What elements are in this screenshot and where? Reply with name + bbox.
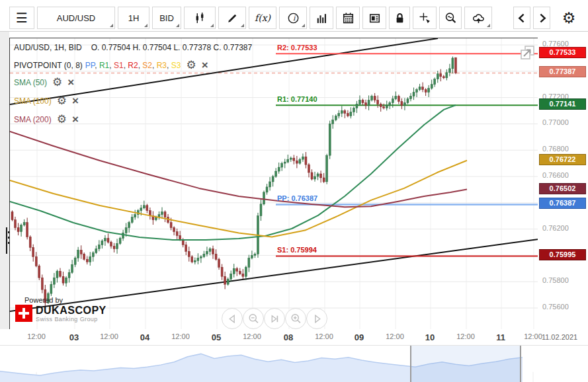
time-tick-label: 11 (496, 332, 505, 342)
time-tick-label: 12:00 (171, 332, 190, 340)
price-tick-label: 0.75800 (542, 276, 569, 284)
pivot-token-pp: PP (85, 61, 95, 70)
time-tick-label: 05 (212, 332, 221, 342)
sma-remove-icon[interactable]: × (72, 114, 79, 125)
pivot-indicator-title: PIVOTPOINT (0, 8) (14, 61, 83, 70)
price-tick-label: 0.77600 (542, 40, 569, 48)
timeframe-select-button[interactable]: 1H (118, 7, 149, 29)
legend-sma-row: SMA (50)⚙× (14, 77, 74, 88)
left-strip (0, 32, 9, 373)
time-tick-label: 12:00 (100, 332, 118, 340)
axis-badge-r2: 0.77533 (539, 47, 586, 58)
dropdown-corner-icon (241, 24, 244, 27)
menu-button[interactable]: ☰ (9, 7, 34, 29)
legend-ohlc: O. 0.77504 H. 0.77504 L. 0.77378 C. 0.77… (91, 43, 253, 52)
news-button[interactable] (362, 7, 386, 29)
axis-badge-sma100: 0.76722 (539, 154, 586, 165)
sma-label: SMA (50) (14, 78, 47, 87)
pan-left-button[interactable] (222, 308, 243, 329)
settings-button[interactable]: ⚙ (558, 7, 579, 29)
sma-settings-gear-icon[interactable]: ⚙ (52, 77, 62, 88)
forward-button[interactable] (533, 7, 550, 29)
dropdown-corner-icon (110, 24, 113, 27)
sma-line (10, 161, 467, 237)
draw-tools-button[interactable] (218, 7, 246, 29)
overview-zoom-in-button[interactable] (285, 308, 306, 329)
dropdown-corner-icon (487, 24, 490, 27)
legend-instrument: AUD/USD, 1H, BID (14, 43, 82, 52)
pivot-token-s3: S3 (171, 61, 181, 70)
legend-instrument-row: AUD/USD, 1H, BID O. 0.77504 H. 0.77504 L… (14, 43, 252, 52)
price-axis[interactable]: 0.776000.774000.772000.770000.768000.766… (538, 38, 588, 329)
axis-badge-current: 0.77387 (539, 66, 586, 77)
splitter-grip[interactable] (6, 227, 7, 254)
back-button[interactable] (513, 7, 530, 29)
chart-canvas[interactable] (10, 38, 538, 329)
price-tick-label: 0.77000 (542, 118, 569, 126)
legend-sma-row: SMA (100)⚙× (14, 95, 79, 106)
time-tick-label: 08 (284, 332, 293, 342)
time-tick-label: 03 (69, 332, 79, 342)
price-tick-label: 0.75600 (542, 303, 569, 311)
lock-icon (394, 12, 406, 24)
pivot-label-r1: R1: 0.77140 (277, 95, 317, 103)
pivot-token-s1: S1 (114, 61, 124, 70)
zoom-out-button[interactable] (439, 7, 462, 29)
bar-chart-icon (315, 12, 328, 24)
time-tick-label: 12:00 (27, 332, 46, 340)
axis-date-label: 11.02.2021 (542, 333, 577, 341)
pivot-token-r2: R2 (128, 61, 138, 70)
sma-settings-gear-icon[interactable]: ⚙ (57, 95, 67, 106)
time-axis[interactable]: 11.02.2021 12:000312:000412:000512:00081… (0, 329, 588, 345)
hamburger-icon: ☰ (16, 11, 28, 24)
instrument-select-button[interactable]: AUD/USD (37, 7, 115, 29)
pivot-label-r2: R2: 0.77533 (277, 44, 317, 52)
chevron-left-icon (516, 12, 528, 24)
pivot-remove-icon[interactable]: × (202, 59, 208, 71)
calendar-button[interactable] (336, 7, 360, 29)
pivot-token-s2: S2 (142, 61, 152, 70)
time-tick-label: 09 (355, 332, 364, 342)
indicators-button[interactable]: f(x) (249, 7, 276, 29)
chart-type-select-button[interactable] (184, 7, 216, 29)
volume-button[interactable] (310, 7, 333, 29)
powered-by-text: Powered by (24, 296, 106, 304)
pencil-icon (226, 12, 239, 24)
time-tick-label: 12:00 (524, 332, 542, 340)
overview-selection[interactable] (411, 346, 521, 382)
price-tick-label: 0.76600 (542, 171, 569, 179)
chevron-right-icon (536, 12, 548, 24)
popout-chart-icon[interactable] (519, 44, 536, 61)
pivot-settings-gear-icon[interactable]: ⚙ (186, 59, 196, 71)
time-tick-label: 12:00 (386, 332, 404, 340)
overview-zoom-out-button[interactable] (243, 308, 264, 329)
axis-badge-r1: 0.77141 (539, 98, 586, 110)
dukascopy-watermark: Powered by DUKASCOPY Swiss Banking Group (15, 296, 106, 323)
dropdown-corner-icon (210, 24, 214, 27)
brand-name: DUKASCOPY (36, 305, 106, 316)
info-icon: i (287, 12, 300, 24)
time-tick-label: 12:00 (315, 332, 333, 340)
legend-sma-row: SMA (200)⚙× (14, 114, 79, 125)
overview-chart[interactable] (0, 345, 588, 382)
crosshair-button[interactable] (413, 7, 437, 29)
toolbar: ☰AUD/USD1HBIDf(x)i⚙ (9, 5, 582, 30)
go-to-end-button[interactable] (264, 308, 285, 329)
axis-badge-sma200: 0.76502 (539, 183, 586, 194)
sma-remove-icon[interactable]: × (72, 95, 79, 106)
price-chart[interactable]: AUD/USD, 1H, BID O. 0.77504 H. 0.77504 L… (9, 38, 539, 330)
sma-label: SMA (100) (14, 96, 52, 106)
pan-right-button[interactable] (306, 308, 327, 329)
pivot-label-pp: PP: 0.76387 (277, 194, 317, 202)
side-select-button[interactable]: BID (152, 7, 181, 29)
gridlines (10, 38, 538, 329)
lock-button[interactable] (389, 7, 410, 29)
info-button[interactable]: i (279, 7, 307, 29)
swiss-flag-logo (15, 305, 32, 322)
sma-label: SMA (200) (14, 115, 52, 124)
save-cloud-button[interactable] (464, 7, 492, 29)
pivot-token-r1: R1 (99, 61, 109, 70)
sma-settings-gear-icon[interactable]: ⚙ (57, 114, 67, 125)
pivot-token-r3: R3 (157, 61, 167, 70)
sma-remove-icon[interactable]: × (67, 77, 74, 88)
